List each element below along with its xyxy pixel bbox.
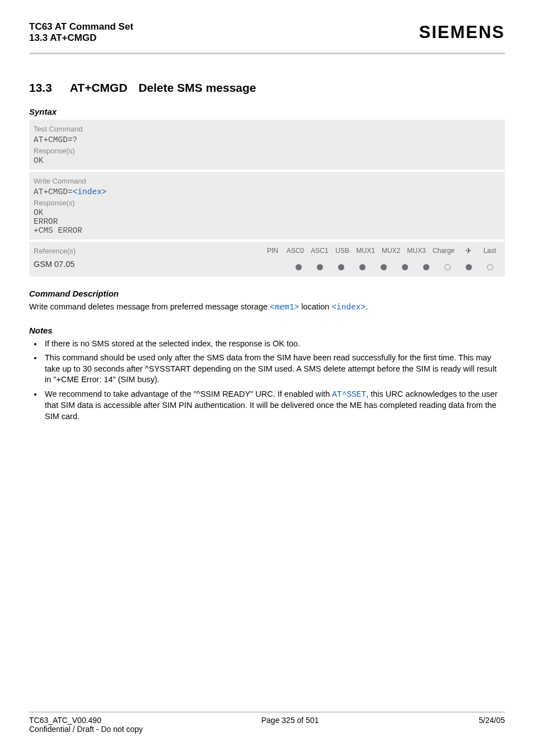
- desc-mid: location: [299, 302, 331, 311]
- syntax-heading: Syntax: [29, 107, 505, 116]
- test-command-block: Test Command AT+CMGD=? Response(s) OK: [29, 120, 505, 170]
- desc-suffix: .: [366, 302, 368, 311]
- dot-empty-icon: [444, 264, 451, 270]
- note-item-1: If there is no SMS stored at the selecte…: [43, 339, 505, 350]
- param-mem1[interactable]: <mem1>: [270, 303, 299, 312]
- notes-list: If there is no SMS stored at the selecte…: [29, 339, 505, 422]
- dot-filled-icon: [296, 264, 302, 270]
- chan-head-charge: Charge: [429, 245, 458, 256]
- chan-dot-usb: [352, 260, 373, 273]
- reference-block: Reference(s) PIN ASC0 ASC1 USB MUX1 MUX2…: [29, 242, 505, 276]
- test-command-label: Test Command: [34, 123, 500, 135]
- write-response-ok: OK: [34, 208, 500, 217]
- test-response-label: Response(s): [34, 144, 500, 156]
- write-command-param[interactable]: <index>: [73, 187, 107, 196]
- notes-heading: Notes: [29, 326, 505, 335]
- note-item-3: We recommend to take advantage of the "^…: [43, 389, 505, 422]
- write-response-cms: +CMS ERROR: [34, 226, 500, 235]
- write-command-block: Write Command AT+CMGD=<index> Response(s…: [29, 172, 505, 240]
- note3-link[interactable]: AT^SSET: [332, 390, 366, 399]
- references-label: Reference(s): [34, 245, 229, 257]
- chan-dot-asc0: [309, 260, 330, 273]
- chan-head-usb: USB: [332, 245, 353, 256]
- write-command-label: Write Command: [34, 175, 500, 187]
- section-title: Delete SMS message: [138, 81, 256, 94]
- write-response-label: Response(s): [34, 196, 500, 208]
- desc-prefix: Write command deletes message from prefe…: [29, 302, 270, 311]
- note3-prefix: We recommend to take advantage of the "^…: [45, 389, 332, 398]
- footer-version: TC63_ATC_V00.490: [29, 716, 101, 725]
- chan-dot-asc1: [330, 260, 352, 273]
- chan-head-mux2: MUX2: [378, 245, 404, 256]
- airplane-icon: ✈: [465, 246, 472, 255]
- chan-dot-pin: [288, 260, 309, 273]
- test-response-text: OK: [34, 156, 500, 165]
- dot-filled-icon: [317, 264, 323, 270]
- dot-filled-icon: [359, 264, 366, 270]
- dot-empty-icon: [487, 264, 493, 270]
- chan-dot-mux3: [415, 260, 437, 273]
- footer-rule: [29, 712, 505, 712]
- chan-dot-charge: [437, 260, 458, 273]
- param-index[interactable]: <index>: [331, 303, 366, 312]
- channel-table: PIN ASC0 ASC1 USB MUX1 MUX2 MUX3 Charge …: [262, 245, 500, 256]
- brand-logo: SIEMENS: [419, 22, 505, 43]
- chan-dot-mux1: [373, 260, 394, 273]
- dot-filled-icon: [381, 264, 387, 270]
- section-command: AT+CMGD: [70, 81, 128, 95]
- chan-head-asc0: ASC0: [283, 245, 307, 256]
- chan-head-last: Last: [479, 245, 500, 256]
- chan-head-asc1: ASC1: [307, 245, 331, 256]
- doc-title: TC63 AT Command Set: [29, 21, 133, 32]
- dot-filled-icon: [423, 264, 429, 270]
- page-footer: TC63_ATC_V00.490 Page 325 of 501 5/24/05…: [29, 712, 505, 734]
- note-item-2: This command should be used only after t…: [43, 353, 505, 386]
- command-description-heading: Command Description: [29, 289, 505, 298]
- footer-date: 5/24/05: [479, 716, 505, 725]
- chan-dot-airplane: [458, 260, 479, 273]
- command-description-text: Write command deletes message from prefe…: [29, 302, 505, 313]
- footer-page: Page 325 of 501: [261, 716, 319, 725]
- page-header: TC63 AT Command Set 13.3 AT+CMGD SIEMENS: [29, 21, 505, 50]
- dot-filled-icon: [338, 264, 344, 270]
- header-rule: [29, 53, 505, 54]
- dot-filled-icon: [466, 264, 472, 270]
- write-command-prefix: AT+CMGD=: [34, 187, 73, 196]
- chan-head-mux3: MUX3: [404, 245, 429, 256]
- doc-subtitle: 13.3 AT+CMGD: [29, 32, 133, 44]
- test-command-text: AT+CMGD=?: [34, 135, 500, 144]
- chan-head-airplane: ✈: [458, 245, 479, 256]
- chan-head-mux1: MUX1: [353, 245, 378, 256]
- write-command-text: AT+CMGD=<index>: [34, 187, 500, 196]
- reference-value: GSM 07.05: [34, 260, 229, 269]
- footer-confidential: Confidential / Draft - Do not copy: [29, 725, 505, 734]
- dot-filled-icon: [402, 264, 408, 270]
- write-response-error: ERROR: [34, 217, 500, 226]
- chan-head-pin: PIN: [262, 245, 283, 256]
- chan-dot-last: [479, 260, 500, 273]
- section-number: 13.3: [29, 81, 52, 95]
- section-heading: 13.3 AT+CMGD Delete SMS message: [29, 81, 505, 95]
- chan-dot-mux2: [394, 260, 415, 273]
